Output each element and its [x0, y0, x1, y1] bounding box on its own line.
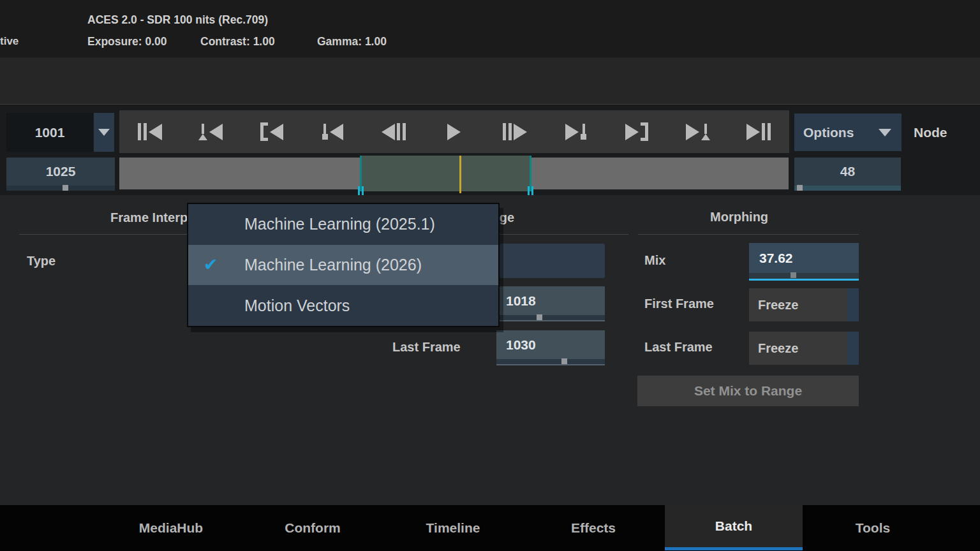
previous-cut-icon [270, 124, 283, 140]
play-icon [447, 124, 461, 140]
timeline-start-field[interactable]: 1025 [6, 158, 115, 191]
range-last-frame-value: 1030 [496, 330, 605, 359]
mix-field[interactable]: 37.62 [749, 243, 859, 281]
menu-item-machine-learning-2026[interactable]: ✔Machine Learning (2026) [188, 245, 498, 286]
color-policy-label: ACES 2.0 - SDR 100 nits (Rec.709) [87, 13, 268, 27]
tab-timeline[interactable]: Timeline [426, 505, 480, 551]
viewer-toolbar-strip [0, 57, 980, 105]
previous-keyframe-button[interactable] [302, 110, 362, 153]
menu-item-label: Machine Learning (2025.1) [188, 215, 435, 233]
range-last-frame-slider[interactable] [496, 359, 605, 364]
next-marker-icon [701, 124, 710, 140]
goto-first-frame-button[interactable] [119, 110, 180, 153]
timeline-duration-slider[interactable] [794, 186, 901, 191]
range-first-frame-mode-field[interactable] [500, 244, 605, 278]
previous-marker-icon [209, 124, 223, 140]
previous-keyframe-icon [322, 124, 328, 140]
step-backward-icon [382, 124, 395, 140]
slider-thumb[interactable] [791, 272, 796, 278]
timeline-duration-field[interactable]: 48 [794, 158, 901, 191]
menu-item-label: Motion Vectors [188, 297, 350, 315]
morphing-last-frame-dropdown[interactable]: Freeze [749, 332, 859, 365]
next-cut-icon [625, 124, 639, 140]
type-label: Type [27, 254, 56, 268]
chevron-down-icon [98, 129, 110, 136]
menu-item-machine-learning-2025-1[interactable]: Machine Learning (2025.1) [188, 204, 498, 245]
slider-thumb[interactable] [537, 314, 542, 320]
tab-tools[interactable]: Tools [856, 505, 890, 551]
previous-marker-icon [198, 124, 207, 140]
next-cut-icon [641, 122, 648, 141]
check-icon: ✔ [204, 256, 223, 274]
tab-effects[interactable]: Effects [571, 505, 616, 551]
type-dropdown-menu: Machine Learning (2025.1)✔Machine Learni… [187, 203, 500, 327]
mix-value: 37.62 [749, 243, 859, 273]
viewer-mode-partial-label: tive [0, 35, 19, 48]
menu-item-motion-vectors[interactable]: Motion Vectors [188, 285, 498, 326]
goto-first-frame-icon [149, 124, 162, 140]
goto-last-frame-icon [762, 123, 771, 140]
timeline-scrub-bar[interactable] [119, 158, 789, 189]
transport-toolbar [119, 110, 789, 153]
range-last-frame-label: Last Frame [392, 340, 461, 355]
step-forward-button[interactable] [485, 110, 546, 153]
next-keyframe-icon [565, 124, 579, 140]
gamma-readout: Gamma: 1.00 [317, 35, 387, 48]
range-first-frame-slider[interactable] [496, 315, 605, 320]
current-frame-field[interactable]: 1001 [6, 113, 93, 152]
previous-cut-icon [260, 122, 268, 141]
contrast-readout: Contrast: 1.00 [200, 35, 275, 48]
next-marker-icon [686, 124, 699, 140]
divider [638, 234, 859, 235]
previous-marker-button[interactable] [180, 110, 241, 153]
morphing-first-frame-dropdown[interactable]: Freeze [749, 288, 859, 321]
options-button-label: Options [803, 125, 854, 140]
slider-thumb[interactable] [63, 185, 68, 191]
morphing-first-frame-value: Freeze [758, 298, 798, 312]
transport-section: 1001 Options Node 1025 48 [0, 104, 980, 196]
set-mix-to-range-button[interactable]: Set Mix to Range [637, 376, 859, 406]
mix-label: Mix [644, 253, 665, 268]
tab-batch[interactable]: Batch [665, 505, 803, 550]
previous-cut-button[interactable] [241, 110, 302, 153]
node-label: Node [914, 113, 947, 152]
slider-thumb[interactable] [561, 358, 567, 364]
workspace-tab-bar: MediaHubConformTimelineEffectsBatchTools [0, 505, 980, 551]
exposure-readout: Exposure: 0.00 [87, 35, 167, 48]
goto-last-frame-icon [746, 124, 760, 140]
mix-slider[interactable] [749, 273, 859, 279]
morphing-last-frame-value: Freeze [758, 341, 798, 356]
timeline-duration-value: 48 [794, 158, 901, 186]
next-keyframe-button[interactable] [546, 110, 606, 153]
options-button[interactable]: Options [794, 114, 902, 151]
next-marker-button[interactable] [667, 110, 728, 153]
step-backward-button[interactable] [363, 110, 424, 153]
flame-batch-screen: tive ACES 2.0 - SDR 100 nits (Rec.709) E… [0, 0, 980, 551]
goto-first-frame-icon [138, 123, 147, 140]
range-first-frame-value: 1018 [496, 286, 605, 315]
range-last-frame-field[interactable]: 1030 [496, 330, 605, 364]
slider-thumb[interactable] [797, 185, 803, 191]
timeline-range-segment[interactable] [360, 156, 531, 191]
step-backward-icon [397, 123, 406, 140]
chevron-down-icon [879, 129, 891, 136]
morphing-first-frame-label: First Frame [644, 297, 714, 311]
next-cut-button[interactable] [607, 110, 667, 153]
playhead[interactable] [459, 156, 461, 193]
step-forward-icon [503, 123, 512, 140]
goto-last-frame-button[interactable] [729, 110, 789, 153]
play-button[interactable] [424, 110, 484, 153]
timeline-start-slider[interactable] [6, 186, 115, 191]
next-keyframe-icon [581, 124, 586, 140]
tab-mediahub[interactable]: MediaHub [139, 505, 203, 551]
morphing-last-frame-label: Last Frame [644, 340, 713, 355]
range-first-frame-field[interactable]: 1018 [496, 286, 605, 320]
current-frame-dropdown-button[interactable] [94, 113, 114, 152]
previous-keyframe-icon [330, 124, 343, 140]
menu-item-label: Machine Learning (2026) [188, 256, 422, 274]
batch-node-settings-panel: Frame Interpolation Range Morphing Type … [0, 195, 980, 505]
tab-conform[interactable]: Conform [285, 505, 341, 551]
morphing-title: Morphing [710, 210, 768, 224]
viewer-header: tive ACES 2.0 - SDR 100 nits (Rec.709) E… [0, 0, 980, 57]
step-forward-icon [514, 124, 527, 140]
